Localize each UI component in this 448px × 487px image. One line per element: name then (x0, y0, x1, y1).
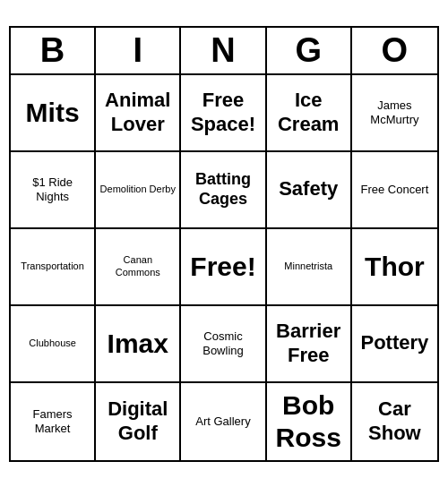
cell-label: Demolition Derby (100, 184, 176, 195)
bingo-cell: Demolition Derby (96, 152, 181, 229)
cell-label: Ice Cream (271, 89, 347, 136)
bingo-letter: N (181, 28, 266, 73)
cell-label: Animal Lover (99, 89, 176, 136)
bingo-grid: MitsAnimal LoverFree Space!Ice CreamJame… (11, 75, 437, 460)
bingo-cell: Thor (352, 229, 437, 306)
cell-label: Imax (108, 328, 168, 360)
bingo-cell: Animal Lover (96, 75, 181, 152)
cell-label: Bob Ross (271, 389, 347, 454)
cell-label: Transportation (21, 261, 84, 272)
bingo-cell: Ice Cream (267, 75, 352, 152)
cell-label: Cosmic Bowling (185, 329, 261, 357)
bingo-card: BINGO MitsAnimal LoverFree Space!Ice Cre… (9, 26, 439, 462)
bingo-letter: I (96, 28, 181, 73)
bingo-cell: Famers Market (11, 383, 96, 460)
bingo-cell: Pottery (352, 306, 437, 383)
cell-label: Free! (190, 251, 255, 283)
cell-label: Free Concert (360, 183, 428, 197)
cell-label: Digital Golf (99, 397, 176, 445)
bingo-cell: Car Show (352, 383, 437, 460)
bingo-cell: James McMurtry (352, 75, 437, 152)
bingo-cell: Bob Ross (267, 383, 352, 460)
bingo-cell: $1 Ride Nights (11, 152, 96, 229)
bingo-cell: Batting Cages (181, 152, 266, 229)
bingo-cell: Minnetrista (267, 229, 352, 306)
cell-label: Thor (365, 251, 425, 283)
bingo-letter: G (267, 28, 352, 73)
cell-label: Mits (26, 97, 80, 129)
cell-label: James McMurtry (356, 98, 434, 126)
bingo-cell: Art Gallery (181, 383, 266, 460)
cell-label: Minnetrista (284, 261, 332, 272)
cell-label: Pottery (360, 331, 428, 355)
bingo-cell: Safety (267, 152, 352, 229)
bingo-cell: Canan Commons (96, 229, 181, 306)
bingo-cell: Free! (181, 229, 266, 306)
bingo-header: BINGO (11, 28, 437, 75)
cell-label: Safety (279, 177, 338, 201)
cell-label: Art Gallery (195, 414, 250, 429)
bingo-cell: Mits (11, 75, 96, 152)
bingo-cell: Imax (96, 306, 181, 383)
bingo-cell: Free Space! (181, 75, 266, 152)
bingo-letter: B (11, 28, 96, 73)
cell-label: Clubhouse (29, 337, 76, 349)
bingo-cell: Clubhouse (11, 306, 96, 383)
cell-label: Batting Cages (185, 170, 261, 209)
bingo-cell: Free Concert (352, 152, 437, 229)
bingo-cell: Cosmic Bowling (181, 306, 266, 383)
cell-label: Free Space! (185, 89, 261, 136)
bingo-cell: Barrier Free (267, 306, 352, 383)
bingo-letter: O (352, 28, 437, 73)
cell-label: Car Show (356, 397, 434, 445)
bingo-cell: Transportation (11, 229, 96, 306)
cell-label: Barrier Free (271, 320, 347, 367)
cell-label: Famers Market (14, 407, 90, 435)
cell-label: Canan Commons (99, 254, 176, 278)
bingo-cell: Digital Golf (96, 383, 181, 460)
cell-label: $1 Ride Nights (14, 175, 90, 203)
